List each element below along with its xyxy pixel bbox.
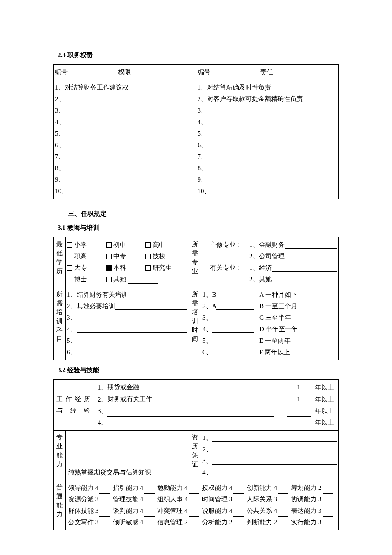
checkbox-label: 职高	[74, 251, 87, 262]
gen-skill: 创新能力 4	[247, 482, 291, 494]
gen-skill-text: 群体技能 3	[68, 505, 98, 517]
train-sub-3: 4、	[67, 324, 187, 335]
checkbox-label: 小学	[74, 239, 87, 251]
duty-right-6: 7、	[198, 151, 337, 162]
train-time-opt: A 一种月如下	[254, 289, 337, 301]
checkbox-option[interactable]: 博士	[67, 274, 106, 285]
ability-table: 专业能力 纯熟掌握期货交易与估算知识 资历凭证 1、2、3、4、 普通能力 领导…	[53, 431, 339, 530]
exp-skill-table: 工作经历 与经验 1、期货或金融1年以上2、财务或有关工作1年以上3、年以上4、…	[53, 379, 339, 431]
checkbox-icon	[106, 242, 112, 248]
duty-right-cell: 1、对结算精确及时性负责 2、对客户存取款可提金额精确性负责 3、 4、 5、 …	[196, 80, 339, 199]
train-sub-text: 3、	[67, 312, 77, 324]
checkbox-option[interactable]: 其她:	[106, 274, 179, 285]
checkbox-icon	[67, 265, 72, 271]
train-sub-4: 5、	[67, 335, 187, 347]
exp-num: 4、	[98, 417, 107, 428]
train-time-row-2: 3、C 三至半年	[202, 312, 337, 324]
train-time-row-5: 6、F 两年以上	[202, 347, 337, 358]
checkbox-option[interactable]: 小学	[67, 239, 106, 251]
train-time-val: 6、	[202, 347, 212, 358]
exp-years: 1	[287, 382, 311, 393]
train-time-opt: B 一至三个月	[254, 301, 337, 312]
gen-skill-text: 判断能力 2	[247, 517, 277, 528]
exp-text: 期货或金融	[107, 382, 274, 393]
checkbox-option[interactable]: 中专	[106, 251, 145, 262]
train-sub-text: 6、	[67, 347, 77, 358]
gen-skill-text: 创新能力 4	[247, 482, 277, 494]
checkbox-icon	[145, 242, 151, 248]
checkbox-label: 本科	[113, 262, 126, 274]
train-time-row-4: 5、E 一至两年	[202, 335, 337, 347]
cert-num: 1、	[202, 432, 212, 444]
duty-right-0: 1、对结算精确及时性负责	[198, 82, 337, 93]
duty-right-7: 8、	[198, 162, 337, 174]
duty-left-1: 2、	[55, 93, 195, 105]
exp-years	[287, 410, 311, 417]
duty-header-right: 编号 责任	[196, 65, 339, 80]
train-time-opt: E 一至两年	[254, 335, 337, 347]
checkbox-option[interactable]: 初中	[106, 239, 145, 251]
checkbox-option[interactable]: 高中	[145, 239, 184, 251]
gen-skill-text: 勉励能力 4	[157, 482, 187, 494]
duty-head-lbl-l: 权限	[118, 69, 131, 75]
gen-skill: 公共关系 4	[247, 505, 291, 517]
checkbox-icon	[106, 277, 112, 282]
checkbox-option[interactable]: 研究生	[145, 262, 184, 274]
duty-right-9: 10、	[198, 185, 337, 197]
checkbox-icon	[67, 242, 72, 248]
section-3-title: 三、任职规定	[53, 210, 339, 218]
gen-skill: 筹划能力 2	[291, 482, 336, 494]
checkbox-option[interactable]: 大专	[67, 262, 106, 274]
section-3-2-title: 3.2 经验与技能	[53, 366, 339, 374]
exp-text: 财务或有关工作	[107, 393, 274, 405]
train-time-opt: C 三至半年	[254, 312, 337, 324]
exp-suffix: 年以上	[311, 394, 334, 405]
exp-row-2: 3、年以上	[98, 405, 334, 417]
major-main-1: 1、金融财务	[249, 239, 285, 251]
gen-skill: 组织人事 4	[157, 494, 202, 505]
exp-row-0: 1、期货或金融1年以上	[98, 382, 334, 393]
gen-skill-text: 实行能力 3	[291, 517, 321, 528]
gen-skill: 协调能力 3	[291, 494, 336, 505]
train-time-val: 2、A	[202, 301, 216, 312]
duty-right-1: 2、对客户存取款可提金额精确性负责	[198, 93, 337, 105]
train-sub-text: 2、其她必要培训	[67, 301, 115, 312]
gen-skill: 谈判能力 4	[113, 505, 158, 517]
cert-row-3: 4、	[202, 467, 337, 478]
duty-left-3: 4、	[55, 116, 195, 128]
duty-left-9: 10、	[55, 185, 195, 197]
checkbox-label: 大专	[74, 262, 87, 274]
checkbox-option[interactable]: 职高	[67, 251, 106, 262]
exp-row-3: 4、年以上	[98, 417, 334, 428]
train-sub-text: 4、	[67, 324, 77, 335]
checkbox-label: 高中	[153, 239, 165, 251]
major-label-cell: 所需专业	[189, 237, 201, 287]
gen-skill: 群体技能 3	[68, 505, 113, 517]
train-sub-cell: 1、结算财务有关培训2、其她必要培训3、4、5、6、	[66, 287, 189, 360]
gen-row-1: 资源分派 3管理技能 4组织人事 4时间管理 3人际关系 3协调能力 3	[68, 494, 336, 505]
gen-skill-text: 组织人事 4	[157, 494, 187, 505]
train-time-row-0: 1、BA 一种月如下	[202, 289, 337, 301]
checkbox-icon	[67, 277, 72, 282]
gen-skill-text: 信息管理 2	[157, 517, 187, 528]
gen-row-2: 群体技能 3谈判能力 4冲突管理 4说服能力 4公共关系 4表达能力 3	[68, 505, 336, 517]
checkbox-option[interactable]: 本科	[106, 262, 145, 274]
gen-skill: 冲突管理 4	[157, 505, 202, 517]
cert-label-cell: 资历凭证	[189, 431, 201, 480]
checkbox-label: 其她:	[113, 274, 128, 285]
gen-skill-text: 授权能力 4	[202, 482, 232, 494]
gen-skill-text: 协调能力 3	[291, 494, 321, 505]
train-time-opt: D 半年至一年	[254, 324, 337, 335]
exp-years	[287, 422, 311, 428]
train-sub-text: 1、结算财务有关培训	[67, 289, 128, 301]
checkbox-icon	[67, 254, 72, 259]
gen-skill-text: 说服能力 4	[202, 505, 232, 517]
gen-skill-text: 分析能力 2	[202, 517, 232, 528]
duty-right-5: 6、	[198, 139, 337, 151]
gen-skill: 管理技能 4	[113, 494, 158, 505]
checkbox-label: 初中	[113, 239, 126, 251]
major-rel-2: 2、其她	[249, 274, 272, 285]
duty-left-7: 8、	[55, 162, 195, 174]
checkbox-option[interactable]: 技校	[145, 251, 184, 262]
train-time-row-1: 2、AB 一至三个月	[202, 301, 337, 312]
